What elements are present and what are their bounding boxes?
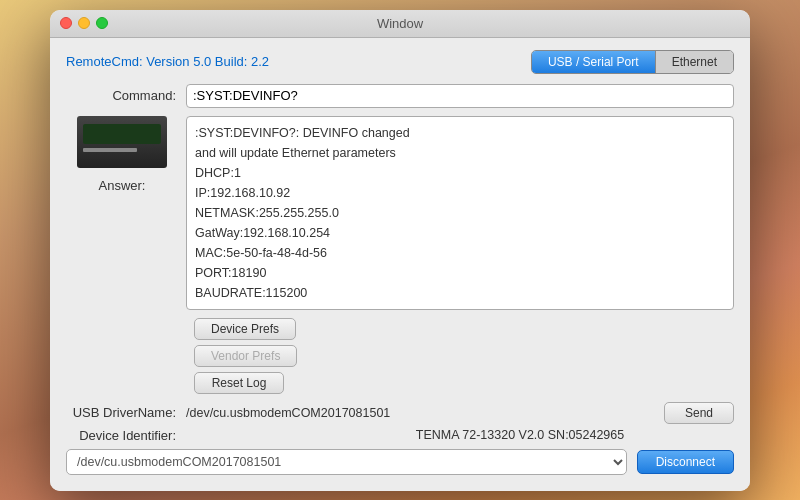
answer-line: GatWay:192.168.10.254 bbox=[195, 223, 725, 243]
answer-line: DHCP:1 bbox=[195, 163, 725, 183]
answer-row: Answer: :SYST:DEVINFO?: DEVINFO changeda… bbox=[66, 116, 734, 310]
answer-line: PORT:18190 bbox=[195, 263, 725, 283]
top-row: RemoteCmd: Version 5.0 Build: 2.2 USB / … bbox=[66, 50, 734, 74]
answer-line: IP:192.168.10.92 bbox=[195, 183, 725, 203]
tab-usb-serial[interactable]: USB / Serial Port bbox=[532, 51, 656, 73]
tab-ethernet[interactable]: Ethernet bbox=[656, 51, 733, 73]
maximize-button[interactable] bbox=[96, 17, 108, 29]
version-label: RemoteCmd: Version 5.0 Build: 2.2 bbox=[66, 54, 269, 69]
answer-line: MAC:5e-50-fa-48-4d-56 bbox=[195, 243, 725, 263]
command-row: Command: bbox=[66, 84, 734, 108]
device-id-value: TENMA 72-13320 V2.0 SN:05242965 bbox=[186, 428, 734, 442]
device-image bbox=[77, 116, 167, 168]
tab-group: USB / Serial Port Ethernet bbox=[531, 50, 734, 74]
traffic-lights bbox=[60, 17, 108, 29]
usb-driver-label: USB DriverName: bbox=[66, 405, 186, 420]
bottom-row: /dev/cu.usbmodemCOM2017081501 Disconnect bbox=[66, 449, 734, 475]
usb-driver-row: USB DriverName: /dev/cu.usbmodemCOM20170… bbox=[66, 402, 734, 424]
answer-text: :SYST:DEVINFO?: DEVINFO changedand will … bbox=[186, 116, 734, 310]
usb-driver-value: /dev/cu.usbmodemCOM2017081501 bbox=[186, 406, 656, 420]
window-content: RemoteCmd: Version 5.0 Build: 2.2 USB / … bbox=[50, 38, 750, 491]
answer-line: :SYST:DEVINFO?: DEVINFO changed bbox=[195, 123, 725, 143]
answer-line: BAUDRATE:115200 bbox=[195, 283, 725, 303]
minimize-button[interactable] bbox=[78, 17, 90, 29]
title-bar: Window bbox=[50, 10, 750, 38]
device-id-label: Device Identifier: bbox=[66, 428, 186, 443]
close-button[interactable] bbox=[60, 17, 72, 29]
command-input[interactable] bbox=[186, 84, 734, 108]
port-select[interactable]: /dev/cu.usbmodemCOM2017081501 bbox=[66, 449, 627, 475]
send-button[interactable]: Send bbox=[664, 402, 734, 424]
disconnect-button[interactable]: Disconnect bbox=[637, 450, 734, 474]
answer-line: and will update Ethernet parameters bbox=[195, 143, 725, 163]
answer-label: Answer: bbox=[99, 176, 146, 193]
main-window: Window RemoteCmd: Version 5.0 Build: 2.2… bbox=[50, 10, 750, 491]
window-title: Window bbox=[377, 16, 423, 31]
device-prefs-button[interactable]: Device Prefs bbox=[194, 318, 296, 340]
reset-log-button[interactable]: Reset Log bbox=[194, 372, 284, 394]
vendor-prefs-button[interactable]: Vendor Prefs bbox=[194, 345, 297, 367]
device-id-row: Device Identifier: TENMA 72-13320 V2.0 S… bbox=[66, 428, 734, 443]
command-label: Command: bbox=[66, 88, 186, 103]
answer-left-panel: Answer: bbox=[66, 116, 186, 193]
answer-line: NETMASK:255.255.255.0 bbox=[195, 203, 725, 223]
